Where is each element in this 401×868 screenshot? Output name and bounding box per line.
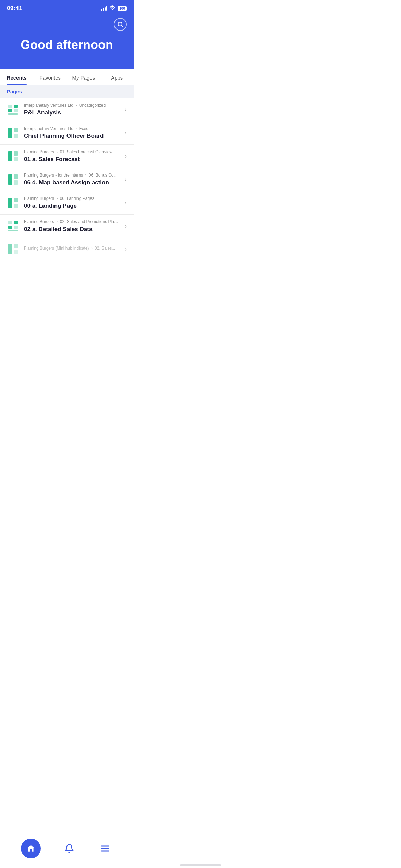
list-item-content: Flaming Burgers › 01. Sales Forecast Ove… [24, 149, 120, 163]
svg-rect-13 [8, 174, 12, 185]
status-time: 09:41 [7, 5, 22, 12]
svg-rect-6 [8, 113, 18, 115]
page-icon-layout [7, 243, 19, 255]
breadcrumb: Interplanetary Ventures Ltd › Uncategori… [24, 103, 120, 108]
breadcrumb: Flaming Burgers › 01. Sales Forecast Ove… [24, 149, 120, 154]
greeting-text: Good afternoon [21, 34, 113, 59]
svg-rect-11 [14, 151, 18, 156]
svg-rect-20 [14, 221, 18, 224]
list-item[interactable]: Interplanetary Ventures Ltd › Exec Chief… [0, 121, 134, 145]
breadcrumb: Flaming Burgers › 00. Landing Pages [24, 196, 120, 201]
tab-favorites[interactable]: Favorites [34, 69, 67, 85]
list-item[interactable]: Flaming Burgers (Mini hub indicate) › 02… [0, 238, 134, 260]
breadcrumb: Flaming Burgers - for the interns › 06. … [24, 173, 120, 178]
item-title: 00 a. Landing Page [24, 203, 120, 209]
list-item-content: Flaming Burgers (Mini hub indicate) › 02… [24, 246, 120, 252]
status-icons: 100 [101, 5, 127, 11]
list-item[interactable]: Flaming Burgers - for the interns › 06. … [0, 168, 134, 191]
page-icon-layout [7, 173, 19, 186]
svg-rect-9 [14, 134, 18, 138]
svg-rect-4 [8, 109, 12, 112]
list-item-content: Flaming Burgers › 02. Sales and Promotio… [24, 219, 120, 233]
content-area: Interplanetary Ventures Ltd › Uncategori… [0, 98, 134, 294]
item-title: P&L Analysis [24, 109, 120, 116]
section-label: Pages [7, 88, 22, 94]
list-item[interactable]: Interplanetary Ventures Ltd › Uncategori… [0, 98, 134, 121]
tab-my-pages[interactable]: My Pages [67, 69, 100, 85]
svg-rect-16 [8, 198, 12, 208]
list-item[interactable]: Flaming Burgers › 00. Landing Pages 00 a… [0, 191, 134, 215]
chevron-right-icon: › [125, 176, 127, 183]
svg-rect-15 [14, 180, 18, 185]
wifi-icon [109, 5, 116, 11]
chevron-right-icon: › [125, 129, 127, 136]
page-icon-layout [7, 127, 19, 139]
list-item-content: Flaming Burgers - for the interns › 06. … [24, 173, 120, 186]
item-title: 01 a. Sales Forecast [24, 156, 120, 163]
chevron-right-icon: › [125, 222, 127, 230]
chevron-right-icon: › [125, 153, 127, 160]
chevron-right-icon: › [125, 245, 127, 253]
svg-rect-5 [14, 109, 18, 112]
breadcrumb: Flaming Burgers (Mini hub indicate) › 02… [24, 246, 120, 251]
item-title: 06 d. Map-based Assign action [24, 179, 120, 186]
tab-recents[interactable]: Recents [0, 69, 34, 85]
svg-rect-17 [14, 198, 18, 202]
svg-rect-18 [14, 204, 18, 208]
status-bar: 09:41 100 [0, 0, 134, 14]
list-item-content: Interplanetary Ventures Ltd › Uncategori… [24, 103, 120, 116]
chevron-right-icon: › [125, 199, 127, 206]
item-title: 02 a. Detailed Sales Data [24, 226, 120, 233]
page-icon-grid [7, 220, 19, 232]
chevron-right-icon: › [125, 106, 127, 113]
svg-rect-10 [8, 151, 12, 161]
list-item-content: Interplanetary Ventures Ltd › Exec Chief… [24, 126, 120, 140]
page-icon-layout [7, 150, 19, 162]
svg-line-1 [122, 26, 123, 27]
search-button[interactable] [114, 18, 127, 31]
page-icon-grid [7, 104, 19, 116]
page-icon-layout [7, 197, 19, 209]
svg-rect-21 [8, 226, 12, 229]
list-item[interactable]: Flaming Burgers › 01. Sales Forecast Ove… [0, 145, 134, 168]
svg-rect-23 [8, 230, 18, 231]
svg-rect-12 [14, 157, 18, 161]
list-item[interactable]: Flaming Burgers › 02. Sales and Promotio… [0, 215, 134, 238]
svg-rect-22 [14, 226, 18, 229]
breadcrumb: Interplanetary Ventures Ltd › Exec [24, 126, 120, 131]
svg-rect-14 [14, 174, 18, 179]
battery-indicator: 100 [118, 6, 127, 11]
svg-rect-24 [8, 244, 12, 254]
svg-rect-25 [14, 244, 18, 248]
section-header: Pages [0, 85, 134, 98]
svg-rect-2 [8, 105, 12, 108]
breadcrumb: Flaming Burgers › 02. Sales and Promotio… [24, 219, 120, 224]
tab-apps[interactable]: Apps [100, 69, 134, 85]
item-title: Chief Planning Officer Board [24, 133, 120, 140]
svg-rect-7 [8, 128, 12, 138]
svg-rect-26 [14, 250, 18, 254]
header: Good afternoon [0, 14, 134, 69]
tabs-bar: Recents Favorites My Pages Apps [0, 69, 134, 85]
list-item-content: Flaming Burgers › 00. Landing Pages 00 a… [24, 196, 120, 209]
svg-rect-19 [8, 221, 12, 224]
signal-icon [101, 6, 107, 11]
svg-rect-8 [14, 128, 18, 132]
svg-rect-3 [14, 105, 18, 108]
